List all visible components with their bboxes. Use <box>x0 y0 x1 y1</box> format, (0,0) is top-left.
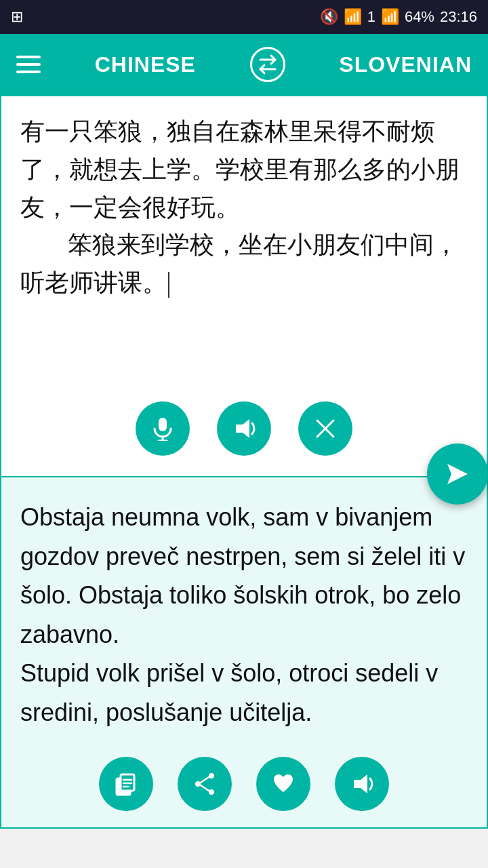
translation-text: Obstaja neumna volk, sam v bivanjem gozd… <box>1 477 487 746</box>
hamburger-line <box>16 71 41 73</box>
source-panel: 有一只笨狼，独自在森林里呆得不耐烦了，就想去上学。学校里有那么多的小朋友，一定会… <box>0 95 488 477</box>
source-text-content-2: 笨狼来到学校，坐在小朋友们中间，听老师讲课。 <box>20 231 458 296</box>
translation-content: Obstaja neumna volk, sam v bivanjem gozd… <box>20 503 465 726</box>
microphone-icon <box>150 416 175 441</box>
heart-icon <box>271 772 296 796</box>
svg-point-14 <box>195 781 201 787</box>
wifi-icon: 📶 <box>344 8 362 26</box>
screenshot-icon: ⊞ <box>11 8 23 26</box>
clear-button[interactable] <box>298 401 352 456</box>
menu-button[interactable] <box>16 56 41 73</box>
battery-level: 64% <box>405 8 434 26</box>
share-button[interactable] <box>178 757 232 811</box>
source-controls <box>1 388 487 476</box>
svg-point-15 <box>209 789 214 795</box>
svg-marker-18 <box>354 774 367 793</box>
svg-line-17 <box>201 785 209 791</box>
send-icon <box>445 461 470 487</box>
svg-marker-3 <box>236 419 249 438</box>
sim-icon: 1 <box>367 8 375 26</box>
status-bar: ⊞ 🔇 📶 1 📶 64% 23:16 <box>0 0 488 34</box>
status-left-icons: ⊞ <box>11 8 23 26</box>
speak-source-button[interactable] <box>217 401 271 456</box>
swap-icon <box>256 53 279 76</box>
status-right-icons: 🔇 📶 1 📶 64% 23:16 <box>320 8 477 26</box>
target-panel: Obstaja neumna volk, sam v bivanjem gozd… <box>0 477 488 829</box>
swap-languages-button[interactable] <box>250 47 285 82</box>
text-cursor <box>168 272 169 298</box>
close-icon <box>313 416 338 441</box>
mute-icon: 🔇 <box>320 8 338 26</box>
svg-marker-6 <box>447 464 468 484</box>
signal-icon: 📶 <box>381 8 399 26</box>
speak-translation-button[interactable] <box>335 757 389 811</box>
source-text-area[interactable]: 有一只笨狼，独自在森林里呆得不耐烦了，就想去上学。学校里有那么多的小朋友，一定会… <box>1 96 487 388</box>
share-icon <box>192 772 217 796</box>
target-language-label[interactable]: SLOVENIAN <box>339 52 472 77</box>
copy-icon <box>114 772 138 796</box>
speaker-icon <box>232 416 256 441</box>
target-controls <box>1 757 487 811</box>
source-language-label[interactable]: CHINESE <box>95 52 196 77</box>
time-display: 23:16 <box>440 8 477 26</box>
svg-rect-0 <box>159 418 167 431</box>
svg-point-13 <box>209 773 214 778</box>
source-text-content: 有一只笨狼，独自在森林里呆得不耐烦了，就想去上学。学校里有那么多的小朋友，一定会… <box>20 117 460 221</box>
microphone-button[interactable] <box>136 401 190 456</box>
top-navigation: CHINESE SLOVENIAN <box>0 34 488 95</box>
copy-button[interactable] <box>99 757 153 811</box>
hamburger-line <box>16 63 41 66</box>
favorite-button[interactable] <box>256 757 310 811</box>
speaker-translation-icon <box>350 772 374 796</box>
translate-button[interactable] <box>427 443 488 505</box>
hamburger-line <box>16 56 41 58</box>
svg-line-16 <box>201 777 209 783</box>
